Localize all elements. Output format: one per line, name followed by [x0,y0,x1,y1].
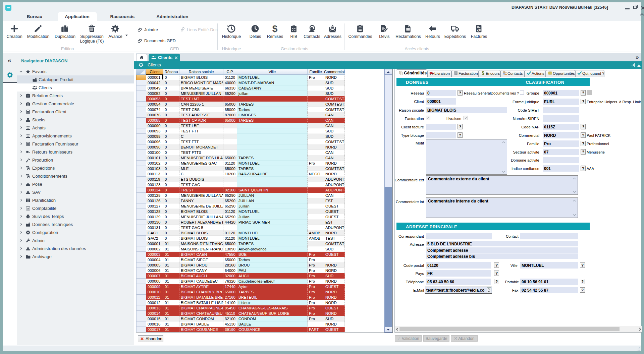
svg-text:€: € [477,28,479,32]
svg-text:$: $ [482,71,484,75]
svg-text:$: $ [272,24,278,33]
